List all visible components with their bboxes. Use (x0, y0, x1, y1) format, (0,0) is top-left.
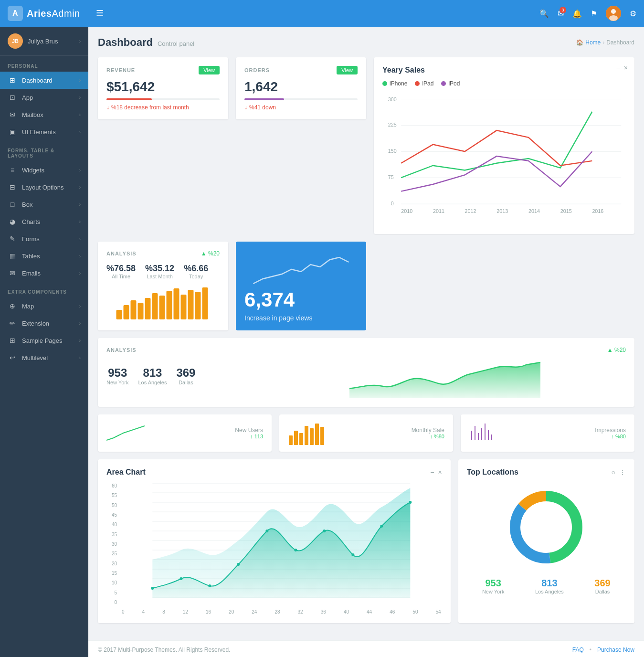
monthly-sale-info: Monthly Sale ↑ %80 (333, 427, 444, 439)
analysis-stats: %76.58 All Time %35.12 Last Month %6.66 … (106, 264, 220, 279)
bell-icon[interactable]: 🔔 (572, 9, 582, 18)
footer-copyright: © 2017 Multi-Purpose Themes. All Rights … (98, 646, 230, 653)
sidebar-item-layout[interactable]: ⊟ Layout Options › (0, 179, 88, 196)
svg-rect-31 (195, 292, 201, 319)
svg-rect-30 (188, 290, 194, 319)
chevron-right-icon: › (79, 219, 81, 224)
stat-label: Los Angeles (138, 380, 167, 385)
sidebar-item-sample-pages[interactable]: ⊞ Sample Pages › (0, 332, 88, 349)
analysis-bottom-card: ANALYSIS ▲ %20 953 New York 813 Los Ange… (98, 338, 634, 407)
location-newyork: 953 New York (482, 578, 504, 594)
bottom-row: Area Chart − × 605550454035302520151050 (98, 459, 634, 623)
yearly-sales-controls: − × (616, 64, 628, 72)
svg-text:2016: 2016 (592, 208, 603, 214)
breadcrumb-current: Dashboard (606, 39, 634, 46)
multilevel-icon: ↩ (8, 354, 17, 361)
la-value: 813 (535, 578, 564, 589)
svg-text:2013: 2013 (496, 208, 508, 214)
revenue-value: $51,642 (106, 79, 220, 95)
sidebar-item-box[interactable]: □ Box › (0, 196, 88, 213)
chevron-right-icon: › (79, 321, 81, 326)
top-locations-card: Top Locations ○ ⋮ (458, 459, 634, 623)
breadcrumb-home-link[interactable]: Home (585, 39, 601, 46)
sidebar-item-mailbox[interactable]: ✉ Mailbox › (0, 106, 88, 123)
close-chart-icon[interactable]: × (438, 468, 442, 476)
top-locations-controls: ○ ⋮ (612, 468, 626, 476)
minimize-icon[interactable]: − (616, 64, 620, 72)
stat-label: New York (106, 380, 128, 385)
footer-faq-link[interactable]: FAQ (572, 646, 584, 653)
orders-value: 1,642 (244, 79, 358, 95)
flag-icon[interactable]: ⚑ (591, 9, 597, 18)
sidebar-item-ui-elements[interactable]: ▣ UI Elements › (0, 123, 88, 140)
close-icon[interactable]: × (624, 64, 628, 72)
footer-links: FAQ • Purchase Now (572, 646, 634, 653)
sidebar-item-charts[interactable]: ◕ Charts › (0, 213, 88, 230)
revenue-view-button[interactable]: View (199, 66, 220, 74)
location-la: 813 Los Angeles (535, 578, 564, 594)
svg-point-67 (351, 553, 354, 556)
sidebar-item-dashboard[interactable]: ⊞ Dashboard › (0, 72, 88, 89)
newyork-label: New York (482, 589, 504, 594)
stat-value: %6.66 (184, 264, 208, 274)
sidebar-item-map[interactable]: ⊕ Map › (0, 297, 88, 315)
top-locations-header: Top Locations ○ ⋮ (467, 468, 626, 477)
svg-text:2012: 2012 (465, 208, 476, 214)
svg-point-62 (208, 584, 211, 587)
search-icon[interactable]: 🔍 (539, 9, 549, 18)
brand-name-light: Admin (52, 8, 80, 19)
chevron-right-icon: › (79, 129, 81, 135)
svg-rect-36 (305, 426, 308, 445)
svg-text:2014: 2014 (528, 208, 540, 214)
yearly-sales-card: Yeary Sales − × iPhone iPad iPod (374, 57, 634, 234)
mail-icon[interactable]: ✉ 3 (558, 9, 564, 18)
stat-la: 813 Los Angeles (138, 366, 167, 385)
brand-icon: A (8, 6, 23, 21)
svg-rect-21 (124, 305, 129, 319)
legend-iphone: iPhone (382, 80, 407, 87)
chevron-right-icon: › (79, 236, 81, 242)
legend-label-iphone: iPhone (390, 80, 407, 87)
analysis-bottom-header: ANALYSIS ▲ %20 (106, 347, 626, 353)
sidebar: JB Juliya Brus › PERSONAL ⊞ Dashboard › … (0, 27, 88, 657)
chevron-right-icon: › (79, 78, 81, 83)
legend-ipad: iPad (415, 80, 433, 87)
user-avatar[interactable] (606, 6, 621, 21)
small-stats-row: New Users ↑ 113 Monthly Sale (98, 414, 634, 452)
footer-dot: • (590, 646, 591, 653)
sidebar-item-label: Box (22, 201, 79, 208)
sidebar-item-label: App (22, 94, 79, 101)
orders-view-button[interactable]: View (337, 66, 358, 74)
analysis-title: ANALYSIS (106, 251, 137, 256)
svg-point-65 (294, 549, 297, 551)
settings-icon[interactable]: ⚙ (630, 9, 636, 18)
svg-rect-24 (145, 298, 151, 319)
svg-rect-32 (202, 287, 208, 319)
sidebar-item-emails[interactable]: ✉ Emails › (0, 265, 88, 282)
stat-lastmonth: %35.12 Last Month (145, 264, 174, 279)
sidebar-item-forms[interactable]: ✎ Forms › (0, 230, 88, 247)
area-chart-controls: − × (430, 468, 442, 476)
top-locations-title: Top Locations (467, 468, 518, 477)
minimize-chart-icon[interactable]: − (430, 468, 434, 476)
sidebar-item-extension[interactable]: ✏ Extension › (0, 315, 88, 332)
sidebar-item-label: Map (22, 303, 79, 310)
chevron-right-icon: › (79, 95, 81, 100)
analysis-bottom-trend: ▲ %20 (607, 347, 626, 353)
svg-rect-39 (320, 427, 324, 445)
area-chart-header: Area Chart − × (106, 468, 442, 477)
sidebar-item-app[interactable]: ⊡ App › (0, 89, 88, 106)
sidebar-item-multilevel[interactable]: ↩ Multilevel › (0, 349, 88, 366)
sidebar-username: Juliya Brus (28, 38, 58, 45)
circle-icon[interactable]: ○ (612, 468, 615, 476)
hamburger-menu[interactable]: ☰ (96, 8, 104, 19)
stat-value: 953 (106, 366, 128, 380)
sidebar-item-widgets[interactable]: ≡ Widgets › (0, 161, 88, 179)
sidebar-user[interactable]: JB Juliya Brus › (0, 27, 88, 56)
emails-icon: ✉ (8, 269, 17, 277)
svg-rect-38 (315, 424, 319, 445)
footer: © 2017 Multi-Purpose Themes. All Rights … (88, 640, 644, 657)
more-icon[interactable]: ⋮ (619, 468, 626, 476)
sidebar-item-tables[interactable]: ▦ Tables › (0, 247, 88, 265)
footer-purchase-link[interactable]: Purchase Now (597, 646, 634, 653)
